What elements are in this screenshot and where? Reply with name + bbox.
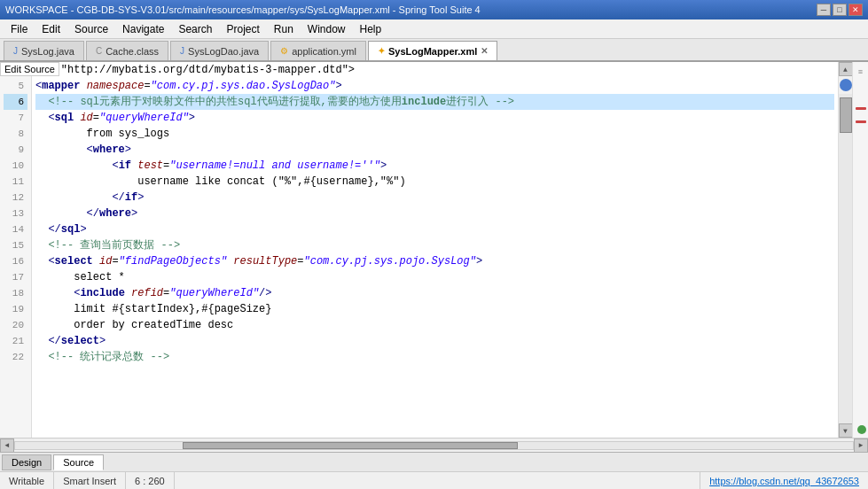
line-num-10: 10 [4, 158, 27, 174]
scroll-up-button[interactable]: ▲ [839, 62, 853, 76]
tab-source[interactable]: Source [53, 454, 104, 470]
code-line-15: <!-- 查询当前页数据 --> [35, 237, 834, 253]
maximize-button[interactable]: □ [833, 4, 847, 16]
status-link[interactable]: https://blog.csdn.net/qq_43672653 [700, 472, 868, 489]
yml-icon: ⚙ [280, 46, 288, 56]
code-line-12: </if> [35, 190, 834, 206]
overview-icon: ≡ [854, 66, 868, 80]
line-num-15: 15 [4, 237, 27, 253]
tab-application-yml[interactable]: ⚙ application.yml [270, 41, 366, 60]
xml-icon: ✦ [378, 46, 385, 56]
code-line-17: select * [35, 269, 834, 285]
code-line-22: <!-- 统计记录总数 --> [35, 349, 834, 365]
menu-run[interactable]: Run [267, 21, 301, 37]
close-button[interactable]: ✕ [848, 4, 863, 16]
line-num-17: 17 [4, 269, 27, 285]
status-writable: Writable [0, 472, 54, 489]
tab-label: SysLog.java [21, 46, 74, 57]
green-status-icon [857, 425, 866, 434]
code-line-10: <if test="username!=null and username!='… [35, 158, 834, 174]
line-num-9: 9 [4, 142, 27, 158]
code-line-21: </select> [35, 333, 834, 349]
bottom-tab-bar: Design Source [0, 452, 868, 471]
menu-window[interactable]: Window [301, 21, 353, 37]
tab-source-label: Source [63, 457, 94, 468]
line-num-22: 22 [4, 349, 27, 365]
line-num-20: 20 [4, 317, 27, 333]
writable-label: Writable [9, 476, 44, 486]
line-num-8: 8 [4, 126, 27, 142]
position-label: 6 : 260 [135, 476, 165, 486]
status-position: 6 : 260 [126, 472, 175, 489]
status-insert-mode: Smart Insert [54, 472, 126, 489]
vertical-scrollbar[interactable]: ▲ ▼ [838, 62, 852, 438]
tab-design-label: Design [12, 457, 42, 468]
menu-source[interactable]: Source [67, 21, 115, 37]
annotation-marker-1 [856, 107, 866, 110]
window-controls: ─ □ ✕ [817, 4, 863, 16]
tab-syslog-java[interactable]: J SysLog.java [4, 41, 84, 60]
code-line-19: limit #{startIndex},#{pageSize} [35, 301, 834, 317]
class-icon: C [96, 46, 102, 56]
scroll-thumb[interactable] [840, 97, 852, 133]
editor-area: Edit Source 4 5 6 7 8 9 10 11 12 13 14 1… [0, 62, 868, 438]
tab-label: SysLogMapper.xml [388, 46, 477, 57]
line-num-18: 18 [4, 285, 27, 301]
insert-mode-label: Smart Insert [63, 476, 116, 486]
tab-close-icon[interactable]: ✕ [481, 46, 488, 56]
tab-syslogmapper-xml[interactable]: ✦ SysLogMapper.xml ✕ [368, 41, 497, 60]
scroll-track[interactable] [839, 94, 852, 423]
line-num-6: 6 [4, 94, 27, 110]
menu-project[interactable]: Project [219, 21, 266, 37]
code-line-16: <select id="findPageObjects" resultType=… [35, 253, 834, 269]
line-num-14: 14 [4, 221, 27, 237]
line-num-7: 7 [4, 110, 27, 126]
h-scroll-thumb[interactable] [183, 442, 518, 449]
menu-file[interactable]: File [4, 21, 35, 37]
h-scroll-track[interactable] [14, 441, 854, 450]
tab-design[interactable]: Design [2, 454, 51, 470]
tab-label: SysLogDao.java [188, 46, 259, 57]
overview-strip: ≡ [852, 62, 868, 438]
title-bar-title: WORKSPACE - CGB-DB-SYS-V3.01/src/main/re… [5, 4, 481, 15]
line-num-11: 11 [4, 174, 27, 190]
tab-label: Cache.class [106, 46, 159, 57]
line-num-13: 13 [4, 206, 27, 221]
scroll-markers [840, 76, 852, 94]
scroll-left-button[interactable]: ◄ [0, 439, 14, 453]
scroll-marker-blue [840, 79, 852, 91]
menu-search[interactable]: Search [171, 21, 219, 37]
menu-bar: File Edit Source Navigate Search Project… [0, 19, 868, 39]
code-line-5: <mapper namespace="com.cy.pj.sys.dao.Sys… [35, 78, 834, 94]
code-line-6: <!-- sql元素用于对映射文件中的共性sql代码进行提取,需要的地方使用in… [35, 94, 834, 110]
code-line-8: from sys_logs [35, 126, 834, 142]
tab-syslogdao-java[interactable]: J SysLogDao.java [170, 41, 269, 60]
line-num-21: 21 [4, 333, 27, 349]
menu-navigate[interactable]: Navigate [115, 21, 171, 37]
menu-edit[interactable]: Edit [35, 21, 67, 37]
status-bar: Writable Smart Insert 6 : 260 https://bl… [0, 471, 868, 489]
code-line-9: <where> [35, 142, 834, 158]
code-line-18: <include refid="queryWhereId"/> [35, 285, 834, 301]
line-num-5: 5 [4, 78, 27, 94]
code-line-4: "http://mybatis.org/dtd/mybatis-3-mapper… [35, 62, 834, 78]
tab-cache-class[interactable]: C Cache.class [86, 41, 168, 60]
annotation-marker-2 [856, 120, 866, 123]
code-line-20: order by createdTime desc [35, 317, 834, 333]
scroll-down-button[interactable]: ▼ [839, 423, 853, 438]
code-editor[interactable]: "http://mybatis.org/dtd/mybatis-3-mapper… [32, 62, 838, 438]
tab-label: application.yml [292, 46, 356, 57]
line-numbers: 4 5 6 7 8 9 10 11 12 13 14 15 16 17 18 1… [0, 62, 32, 438]
scroll-right-button[interactable]: ► [854, 439, 868, 453]
edit-source-tooltip: Edit Source [0, 62, 59, 76]
menu-help[interactable]: Help [353, 21, 389, 37]
horizontal-scrollbar[interactable]: ◄ ► [0, 438, 868, 452]
code-content: "http://mybatis.org/dtd/mybatis-3-mapper… [32, 62, 838, 365]
code-line-7: <sql id="queryWhereId"> [35, 110, 834, 126]
code-line-14: </sql> [35, 221, 834, 237]
java-icon2: J [180, 46, 184, 56]
java-icon: J [13, 46, 18, 56]
minimize-button[interactable]: ─ [817, 4, 831, 16]
code-line-13: </where> [35, 206, 834, 221]
title-bar: WORKSPACE - CGB-DB-SYS-V3.01/src/main/re… [0, 0, 868, 19]
